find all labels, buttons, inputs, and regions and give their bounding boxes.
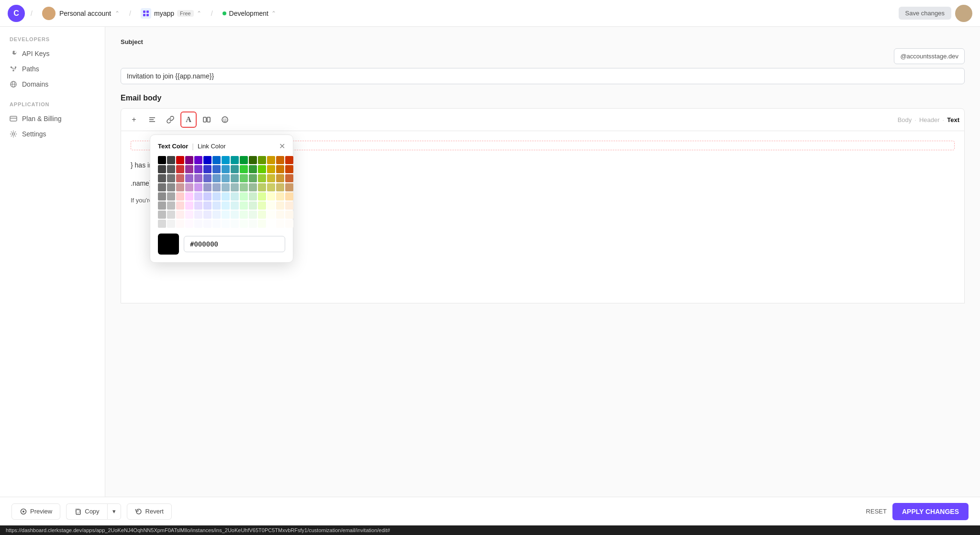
- color-swatch[interactable]: [194, 165, 202, 173]
- color-swatch[interactable]: [203, 211, 212, 219]
- copy-dropdown-button[interactable]: ▾: [107, 503, 121, 520]
- add-button[interactable]: +: [126, 111, 142, 128]
- color-swatch[interactable]: [231, 192, 239, 201]
- color-swatch[interactable]: [158, 192, 166, 201]
- color-swatch[interactable]: [158, 165, 166, 173]
- color-swatch[interactable]: [203, 165, 212, 173]
- color-swatch[interactable]: [231, 174, 239, 182]
- color-swatch[interactable]: [267, 174, 275, 182]
- color-swatch[interactable]: [185, 174, 193, 182]
- color-swatch[interactable]: [231, 156, 239, 164]
- apply-changes-button[interactable]: APPLY CHANGES: [892, 503, 969, 520]
- color-swatch[interactable]: [231, 201, 239, 210]
- color-swatch[interactable]: [158, 183, 166, 191]
- cp-tab-link-color[interactable]: Link Color: [198, 143, 226, 150]
- color-swatch[interactable]: [231, 211, 239, 219]
- color-swatch[interactable]: [285, 174, 293, 182]
- color-swatch[interactable]: [231, 183, 239, 191]
- color-swatch[interactable]: [240, 156, 248, 164]
- cp-close-button[interactable]: ✕: [279, 143, 285, 150]
- color-swatch[interactable]: [212, 220, 221, 228]
- color-swatch[interactable]: [240, 220, 248, 228]
- sidebar-item-settings[interactable]: Settings: [0, 126, 105, 142]
- color-swatch[interactable]: [249, 165, 257, 173]
- color-swatch[interactable]: [194, 174, 202, 182]
- color-swatch[interactable]: [176, 201, 184, 210]
- color-swatch[interactable]: [276, 174, 284, 182]
- color-swatch[interactable]: [222, 156, 230, 164]
- color-swatch[interactable]: [167, 220, 175, 228]
- color-swatch[interactable]: [185, 192, 193, 201]
- color-swatch[interactable]: [212, 211, 221, 219]
- color-swatch[interactable]: [203, 192, 212, 201]
- account-switcher[interactable]: Personal account ⌃: [38, 5, 123, 22]
- subject-input[interactable]: [121, 68, 965, 84]
- color-swatch[interactable]: [249, 156, 257, 164]
- text-color-button[interactable]: A: [180, 111, 197, 128]
- color-swatch[interactable]: [185, 165, 193, 173]
- color-swatch[interactable]: [258, 192, 266, 201]
- sidebar-item-domains[interactable]: Domains: [0, 77, 105, 92]
- color-swatch[interactable]: [194, 183, 202, 191]
- revert-button[interactable]: Revert: [127, 503, 172, 520]
- color-swatch[interactable]: [176, 220, 184, 228]
- color-swatch[interactable]: [258, 211, 266, 219]
- color-swatch[interactable]: [285, 165, 293, 173]
- color-swatch[interactable]: [276, 165, 284, 173]
- color-swatch[interactable]: [185, 201, 193, 210]
- link-button[interactable]: [162, 111, 178, 128]
- color-swatch[interactable]: [176, 211, 184, 219]
- color-swatch[interactable]: [212, 201, 221, 210]
- color-swatch[interactable]: [285, 220, 293, 228]
- color-swatch[interactable]: [258, 156, 266, 164]
- color-swatch[interactable]: [167, 211, 175, 219]
- color-swatch[interactable]: [240, 174, 248, 182]
- color-swatch[interactable]: [240, 183, 248, 191]
- color-swatch[interactable]: [176, 174, 184, 182]
- app-switcher[interactable]: myapp Free ⌃: [137, 6, 205, 21]
- color-swatch[interactable]: [167, 165, 175, 173]
- color-swatch[interactable]: [249, 174, 257, 182]
- color-swatch[interactable]: [185, 220, 193, 228]
- color-swatch[interactable]: [222, 192, 230, 201]
- color-swatch[interactable]: [194, 192, 202, 201]
- color-swatch[interactable]: [285, 183, 293, 191]
- color-swatch[interactable]: [285, 201, 293, 210]
- copy-button[interactable]: Copy: [66, 503, 107, 520]
- color-swatch[interactable]: [158, 220, 166, 228]
- color-swatch[interactable]: [285, 211, 293, 219]
- color-swatch[interactable]: [249, 220, 257, 228]
- app-logo[interactable]: C: [8, 5, 25, 22]
- sidebar-item-plan-billing[interactable]: Plan & Billing: [0, 111, 105, 126]
- color-swatch[interactable]: [267, 201, 275, 210]
- color-swatch[interactable]: [258, 183, 266, 191]
- color-swatch[interactable]: [240, 165, 248, 173]
- color-swatch[interactable]: [249, 201, 257, 210]
- user-avatar[interactable]: [955, 5, 972, 22]
- color-swatch[interactable]: [158, 211, 166, 219]
- color-swatch[interactable]: [167, 201, 175, 210]
- color-swatch[interactable]: [203, 183, 212, 191]
- color-swatch[interactable]: [222, 201, 230, 210]
- color-swatch[interactable]: [212, 183, 221, 191]
- color-swatch[interactable]: [176, 192, 184, 201]
- color-swatch[interactable]: [240, 192, 248, 201]
- color-swatch[interactable]: [194, 211, 202, 219]
- color-swatch[interactable]: [276, 220, 284, 228]
- toolbar-header-label[interactable]: Header: [919, 116, 940, 123]
- columns-button[interactable]: [199, 111, 215, 128]
- color-swatch[interactable]: [203, 174, 212, 182]
- color-swatch[interactable]: [267, 165, 275, 173]
- color-swatch[interactable]: [249, 183, 257, 191]
- color-swatch[interactable]: [212, 192, 221, 201]
- color-swatch[interactable]: [249, 192, 257, 201]
- sidebar-item-paths[interactable]: Paths: [0, 61, 105, 77]
- color-swatch[interactable]: [185, 211, 193, 219]
- save-changes-button[interactable]: Save changes: [899, 7, 951, 20]
- toolbar-text-label[interactable]: Text: [947, 116, 959, 123]
- color-swatch[interactable]: [276, 211, 284, 219]
- color-swatch[interactable]: [222, 183, 230, 191]
- reset-button[interactable]: RESET: [866, 508, 887, 515]
- cp-tab-text-color[interactable]: Text Color: [158, 143, 188, 150]
- cp-hex-input[interactable]: [184, 236, 285, 252]
